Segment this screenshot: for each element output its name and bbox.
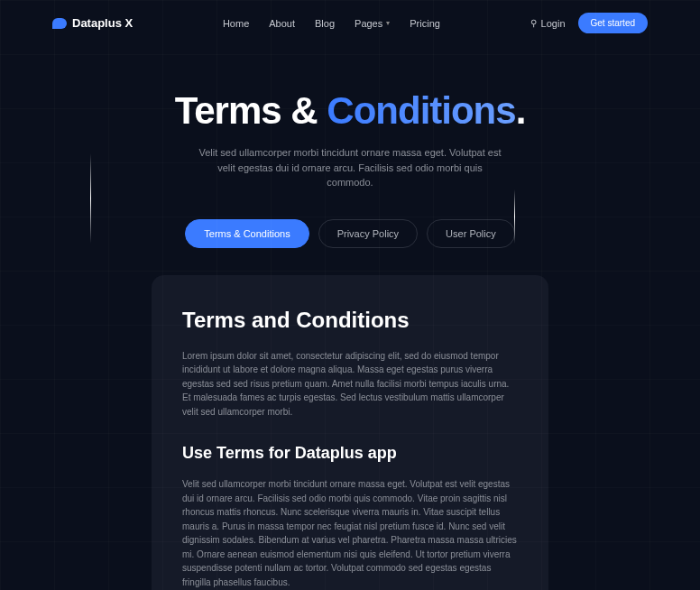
- content-card: Terms and Conditions Lorem ipsum dolor s…: [152, 275, 548, 591]
- nav-link-pages[interactable]: Pages ▾: [355, 18, 390, 29]
- nav-link-blog[interactable]: Blog: [315, 18, 335, 29]
- tab-user-policy[interactable]: User Policy: [427, 219, 515, 248]
- hero: Terms & Conditions. Velit sed ullamcorpe…: [0, 46, 700, 248]
- cloud-icon: [52, 18, 67, 29]
- nav-link-pricing[interactable]: Pricing: [410, 18, 440, 29]
- tab-terms[interactable]: Terms & Conditions: [185, 219, 309, 248]
- nav-right: ⚲ Login Get started: [530, 13, 648, 33]
- section-body-terms: Lorem ipsum dolor sit amet, consectetur …: [182, 349, 518, 419]
- title-pre: Terms &: [175, 89, 327, 132]
- main-nav: Dataplus X Home About Blog Pages ▾ Prici…: [0, 0, 700, 46]
- nav-link-label: Pages: [355, 18, 382, 29]
- tabs: Terms & Conditions Privacy Policy User P…: [0, 219, 700, 248]
- nav-link-about[interactable]: About: [269, 18, 295, 29]
- login-link[interactable]: ⚲ Login: [530, 18, 566, 29]
- accent-line-right: [514, 189, 515, 244]
- get-started-button[interactable]: Get started: [578, 13, 648, 33]
- key-icon: ⚲: [530, 18, 537, 28]
- section-title-terms: Terms and Conditions: [182, 308, 518, 333]
- brand-name: Dataplus X: [72, 16, 133, 30]
- page-title: Terms & Conditions.: [0, 89, 700, 133]
- chevron-down-icon: ▾: [386, 19, 390, 27]
- page-subtitle: Velit sed ullamcorper morbi tincidunt or…: [197, 145, 503, 190]
- section-title-use-terms: Use Terms for Dataplus app: [182, 444, 518, 463]
- login-label: Login: [541, 18, 566, 29]
- accent-line-left: [90, 153, 91, 244]
- section-body-use-terms: Velit sed ullamcorper morbi tincidunt or…: [182, 477, 518, 589]
- nav-link-home[interactable]: Home: [223, 18, 249, 29]
- brand[interactable]: Dataplus X: [52, 16, 133, 30]
- nav-links: Home About Blog Pages ▾ Pricing: [223, 18, 440, 29]
- tab-privacy[interactable]: Privacy Policy: [318, 219, 418, 248]
- title-suffix: .: [516, 89, 526, 132]
- title-accent: Conditions: [327, 89, 515, 132]
